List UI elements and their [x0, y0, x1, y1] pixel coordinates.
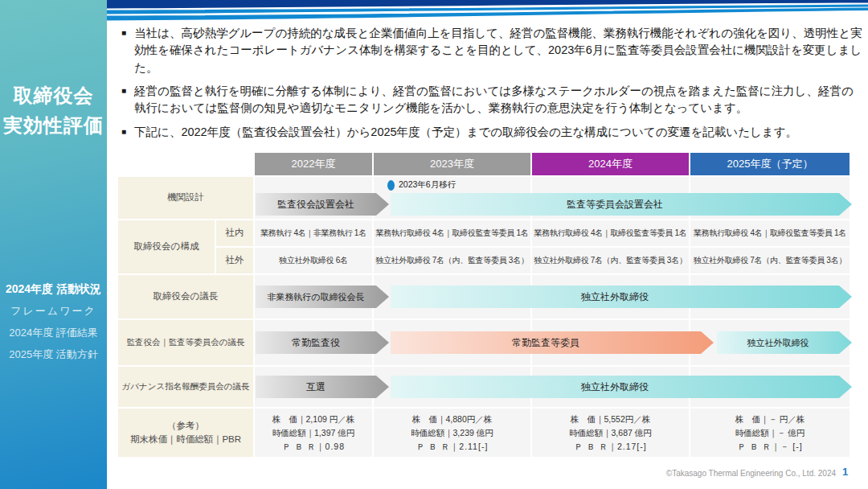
transition-dot-icon [387, 180, 395, 191]
stock-pbr: Ｐ Ｂ Ｒ｜2.17[-] [574, 440, 646, 454]
stock-price: 株 価｜2,109 円／株 [272, 413, 354, 426]
cell-external-2022: 独立社外取締役 6名 [255, 248, 372, 273]
bullet-text: 下記に、2022年度（監査役会設置会社）から2025年度（予定）までの取締役会の… [134, 124, 797, 141]
arrow-non-executive-chairman: 非業務執行の取締役会長 [256, 286, 389, 308]
arrow-kansatou-iinkai-secchi: 監査等委員会設置会社 [391, 193, 852, 216]
bullet-item: ■ 下記に、2022年度（監査役会設置会社）から2025年度（予定）までの取締役… [117, 124, 865, 141]
row-label-governance-chair: ガバナンス指名報酬委員会の議長 [118, 367, 253, 407]
sidebar: 取締役会 実効性評価 2024年度 活動状況 フレームワーク 2024年度 評価… [0, 0, 107, 489]
stock-pbr: Ｐ Ｂ Ｒ｜2.11[-] [416, 440, 489, 454]
arrow-independent-outside-director-chair: 独立社外取締役 [391, 286, 852, 308]
stock-price: 株 価｜4,880円／株 [412, 413, 493, 426]
stock-marketcap: 時価総額｜1,397 億円 [272, 426, 354, 440]
row-label-reference-line1: （参考） [167, 419, 204, 433]
row-label-board-chair: 取締役会の議長 [118, 275, 253, 318]
transition-label: 2023年6月移行 [399, 179, 456, 191]
sidebar-item-framework[interactable]: フレームワーク [0, 300, 107, 322]
page-title: 取締役会 実効性評価 [0, 80, 107, 140]
row-sublabel-internal: 社内 [216, 220, 253, 246]
stock-cell-2022: 株 価｜2,109 円／株 時価総額｜1,397 億円 Ｐ Ｂ Ｒ｜0.98 [255, 409, 372, 457]
bullet-text: 経営の監督と執行を明確に分離する体制により、経営の監督においては多様なステークホ… [134, 83, 865, 117]
stock-price: 株 価｜－ 円／株 [735, 413, 805, 426]
cell-internal-2025: 業務執行取締役 4名｜取締役監査等委員 1名 [690, 220, 850, 246]
bullet-square-icon: ■ [121, 127, 126, 141]
sidebar-item-2025-policy[interactable]: 2025年度 活動方針 [0, 343, 107, 365]
header-wave-decoration [107, 0, 868, 21]
cell-internal-2022: 業務執行 4名｜非業務執行 1名 [255, 220, 372, 246]
transition-marker: 2023年6月移行 [387, 179, 456, 191]
column-header-2022: 2022年度 [255, 153, 372, 175]
sidebar-item-2024-results[interactable]: 2024年度 評価結果 [0, 322, 107, 343]
slide: 取締役会 実効性評価 2024年度 活動状況 フレームワーク 2024年度 評価… [0, 0, 868, 489]
stock-pbr: Ｐ Ｂ Ｒ｜－ [-] [737, 440, 802, 454]
stock-price: 株 価｜5,552円／株 [571, 413, 651, 426]
arrow-mutual-election: 互選 [256, 376, 389, 398]
bullet-item: ■ 経営の監督と執行を明確に分離する体制により、経営の監督においては多様なステー… [117, 83, 865, 117]
row-label-reference-line2: 期末株価｜時価総額｜PBR [130, 433, 241, 446]
arrow-fulltime-auditor: 常勤監査役 [256, 331, 389, 354]
bullet-square-icon: ■ [121, 86, 126, 117]
bullet-text: 当社は、高砂熱学グループの持続的な成長と企業価値向上を目指して、経営の監督機能、… [134, 25, 865, 76]
stock-cell-2025: 株 価｜－ 円／株 時価総額｜－ 億円 Ｐ Ｂ Ｒ｜－ [-] [690, 409, 850, 457]
column-header-2024: 2024年度 [532, 153, 689, 175]
copyright-text: ©Takasago Thermal Engineering Co., Ltd. … [619, 469, 836, 478]
stock-marketcap: 時価総額｜－ 億円 [735, 426, 805, 440]
row-label-reference: （参考） 期末株価｜時価総額｜PBR [118, 409, 253, 457]
bullet-item: ■ 当社は、高砂熱学グループの持続的な成長と企業価値向上を目指して、経営の監督機… [117, 25, 865, 76]
arrow-independent-outside-director-governance: 独立社外取締役 [391, 376, 852, 398]
stock-pbr: Ｐ Ｂ Ｒ｜0.98 [282, 440, 345, 454]
cell-internal-2023: 業務執行取締役 4名｜取締役監査等委員 1名 [374, 220, 530, 246]
row-label-organ-design: 機関設計 [118, 177, 253, 219]
arrow-fulltime-audit-committee: 常勤監査等委員 [391, 331, 714, 354]
cell-internal-2024: 業務執行取締役 4名｜取締役監査等委員 1名 [532, 220, 689, 246]
bullet-square-icon: ■ [121, 28, 126, 76]
arrow-kansayakukai-secchi: 監査役会設置会社 [256, 193, 389, 216]
page-number: 1 [842, 466, 848, 478]
page-title-line2: 実効性評価 [0, 110, 107, 140]
column-header-2025: 2025年度（予定） [690, 153, 850, 175]
intro-bullets: ■ 当社は、高砂熱学グループの持続的な成長と企業価値向上を目指して、経営の監督機… [117, 25, 865, 147]
page-title-line1: 取締役会 [0, 80, 107, 110]
stock-cell-2023: 株 価｜4,880円／株 時価総額｜3,239 億円 Ｐ Ｂ Ｒ｜2.11[-] [374, 409, 530, 457]
arrow-independent-outside-director-audit: 独立社外取締役 [717, 331, 852, 354]
cell-external-2023: 独立社外取締役 7名（内、監査等委員 3名） [374, 248, 530, 273]
sidebar-item-2024-activity[interactable]: 2024年度 活動状況 [0, 278, 107, 300]
sidebar-menu: 2024年度 活動状況 フレームワーク 2024年度 評価結果 2025年度 活… [0, 278, 107, 365]
column-header-2023: 2023年度 [374, 153, 530, 175]
row-label-board-composition: 取締役会の構成 [118, 220, 215, 273]
stock-cell-2024: 株 価｜5,552円／株 時価総額｜3,687 億円 Ｐ Ｂ Ｒ｜2.17[-] [532, 409, 689, 457]
cell-external-2025: 独立社外取締役 7名（内、監査等委員 3名） [690, 248, 850, 273]
row-label-audit-chair: 監査役会｜監査等委員会の議長 [118, 320, 253, 365]
row-sublabel-external: 社外 [216, 248, 253, 273]
stock-marketcap: 時価総額｜3,687 億円 [569, 426, 651, 440]
stock-marketcap: 時価総額｜3,239 億円 [411, 426, 493, 440]
cell-external-2024: 独立社外取締役 7名（内、監査等委員 3名） [532, 248, 689, 273]
